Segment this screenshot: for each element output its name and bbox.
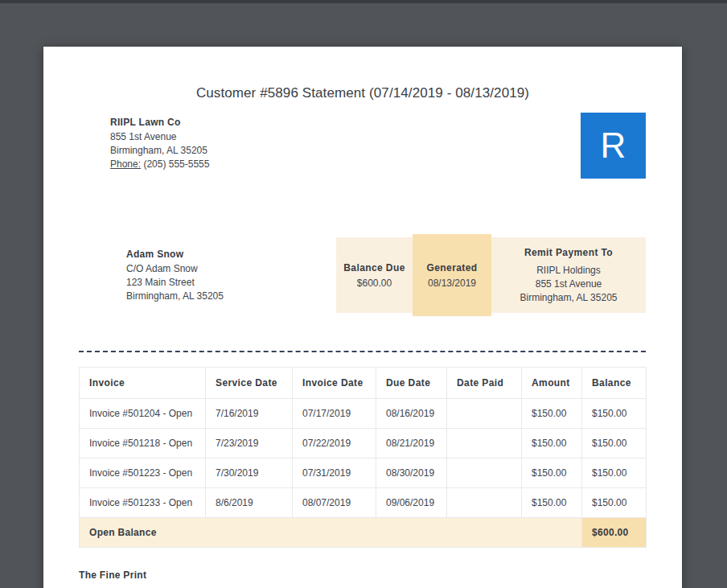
balance-due-box: Balance Due $600.00 (336, 237, 413, 313)
cell-balance: $150.00 (582, 488, 647, 518)
customer-address-block: Adam Snow C/O Adam Snow 123 Main Street … (126, 248, 224, 303)
table-row: Invoice #501223 - Open 7/30/2019 07/31/2… (80, 458, 647, 488)
generated-box: Generated 08/13/2019 (413, 234, 491, 316)
cell-balance: $150.00 (582, 429, 647, 458)
cell-date-paid (447, 399, 522, 429)
cell-invoice: Invoice #501218 - Open (80, 429, 206, 458)
cell-service-date: 7/16/2019 (206, 399, 293, 429)
table-row: Invoice #501218 - Open 7/23/2019 07/22/2… (80, 429, 647, 458)
remit-label: Remit Payment To (496, 246, 641, 260)
cell-due-date: 08/21/2019 (376, 429, 447, 458)
statement-page: Customer #5896 Statement (07/14/2019 - 0… (43, 47, 682, 588)
table-header-row: Invoice Service Date Invoice Date Due Da… (80, 368, 647, 399)
cell-invoice-date: 07/17/2019 (293, 399, 376, 429)
column-header-due-date: Due Date (376, 368, 447, 399)
document-viewport[interactable]: Customer #5896 Statement (07/14/2019 - 0… (0, 0, 727, 588)
company-logo: R (581, 113, 646, 179)
generated-value: 08/13/2019 (417, 278, 487, 289)
cell-due-date: 09/06/2019 (376, 488, 447, 518)
phone-value: (205) 555-5555 (143, 158, 209, 170)
invoice-table: Invoice Service Date Invoice Date Due Da… (79, 367, 647, 548)
cell-invoice-date: 07/22/2019 (293, 429, 376, 458)
cell-due-date: 08/30/2019 (376, 458, 447, 488)
cell-invoice-date: 08/07/2019 (293, 488, 376, 518)
cell-date-paid (447, 429, 522, 458)
generated-label: Generated (417, 262, 487, 273)
open-balance-total: $600.00 (582, 518, 647, 548)
logo-letter-r-icon: R (601, 128, 626, 163)
remit-payment-box: Remit Payment To RIIPL Holdings 855 1st … (491, 237, 646, 313)
cell-invoice: Invoice #501233 - Open (80, 488, 206, 518)
column-header-invoice: Invoice (80, 368, 206, 399)
cell-invoice: Invoice #501223 - Open (80, 458, 206, 488)
open-balance-row: Open Balance $600.00 (80, 518, 647, 548)
statement-info-row: Adam Snow C/O Adam Snow 123 Main Street … (126, 234, 646, 316)
column-header-invoice-date: Invoice Date (293, 368, 376, 399)
cell-service-date: 8/6/2019 (206, 488, 293, 518)
column-header-date-paid: Date Paid (447, 368, 522, 399)
cell-balance: $150.00 (582, 399, 647, 429)
remit-line1: RIIPL Holdings (496, 264, 641, 278)
cell-service-date: 7/23/2019 (206, 429, 293, 458)
cell-amount: $150.00 (522, 488, 582, 518)
remit-line2: 855 1st Avenue (496, 278, 641, 291)
phone-label: Phone: (110, 158, 141, 170)
cell-service-date: 7/30/2019 (206, 458, 293, 488)
statement-title: Customer #5896 Statement (07/14/2019 - 0… (43, 85, 682, 101)
cell-amount: $150.00 (522, 429, 582, 458)
cell-date-paid (447, 488, 522, 518)
balance-due-value: $600.00 (341, 278, 408, 289)
cell-amount: $150.00 (522, 399, 582, 429)
customer-address-line1: 123 Main Street (126, 276, 224, 290)
table-row: Invoice #501204 - Open 7/16/2019 07/17/2… (80, 399, 647, 429)
column-header-amount: Amount (522, 368, 582, 399)
customer-name: Adam Snow (126, 248, 224, 261)
cell-invoice-date: 07/31/2019 (293, 458, 376, 488)
cell-balance: $150.00 (582, 458, 647, 488)
customer-care-of: C/O Adam Snow (126, 262, 224, 276)
table-row: Invoice #501233 - Open 8/6/2019 08/07/20… (80, 488, 647, 518)
cell-date-paid (447, 458, 522, 488)
fine-print-heading: The Fine Print (79, 569, 646, 581)
column-header-service-date: Service Date (206, 368, 293, 399)
balance-due-label: Balance Due (341, 262, 408, 273)
customer-address-line2: Birmingham, AL 35205 (126, 290, 224, 303)
viewer-top-strip (0, 0, 727, 3)
dashed-separator (79, 351, 646, 352)
column-header-balance: Balance (582, 368, 647, 399)
remit-line3: Birmingham, AL 35205 (496, 291, 641, 305)
summary-boxes: Balance Due $600.00 Generated 08/13/2019… (336, 234, 646, 316)
cell-invoice: Invoice #501204 - Open (80, 399, 206, 429)
cell-due-date: 08/16/2019 (376, 399, 447, 429)
open-balance-label: Open Balance (80, 518, 582, 548)
cell-amount: $150.00 (522, 458, 582, 488)
